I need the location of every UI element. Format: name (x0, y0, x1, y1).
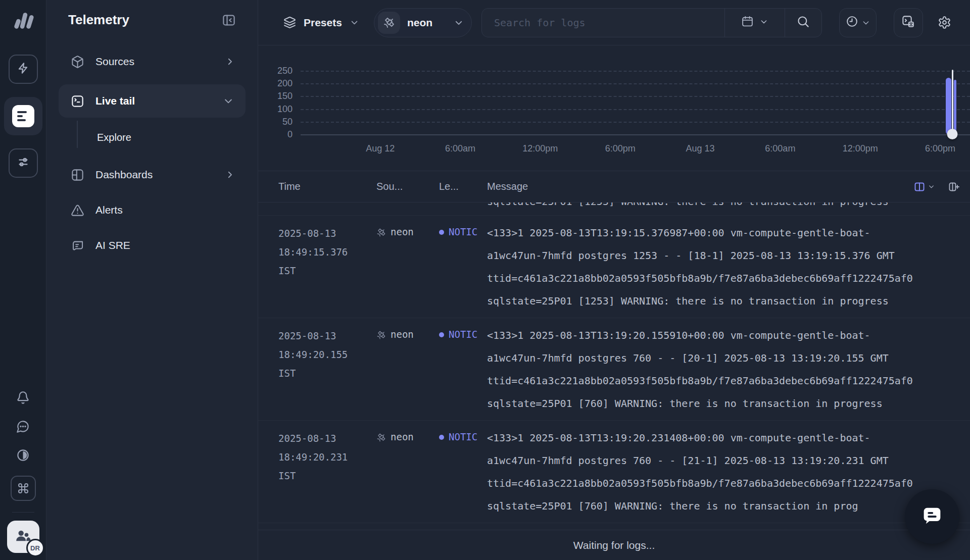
dashboard-grid-icon (71, 168, 84, 182)
sidebar-item-alerts[interactable]: Alerts (46, 197, 258, 223)
rail-item-quickstart[interactable] (9, 55, 38, 84)
log-message-line: sqlstate=25P01 [1253] WARNING: there is … (487, 290, 970, 313)
chat-bubble-icon (920, 503, 944, 530)
log-message-line: ttid=c461a3c221a8bb02a0593f505bfb8a9b/f7… (487, 267, 970, 290)
sidebar-item-label: Sources (95, 56, 225, 68)
main-content: Presets neon (258, 0, 970, 560)
sidebar-item-dashboards[interactable]: Dashboards (46, 162, 258, 187)
y-axis-tick: 0 (264, 129, 293, 140)
presets-label: Presets (304, 17, 342, 29)
x-axis-tick: Aug 13 (686, 143, 714, 154)
log-source-cell: neon (376, 324, 439, 415)
search-input[interactable] (482, 9, 724, 37)
live-playhead-line[interactable] (952, 70, 953, 134)
log-source-cell: neon (376, 427, 439, 518)
log-message-cell: <133>1 2025-08-13T13:19:20.155910+00:00 … (487, 324, 970, 415)
x-axis-tick: 12:00pm (843, 143, 878, 154)
rail-divider (12, 512, 34, 513)
column-header-time[interactable]: Time (278, 181, 376, 192)
satellite-icon (376, 433, 386, 442)
log-message-line: a1wc47un-7hmfd postgres 760 - - [20-1] 2… (487, 347, 970, 370)
log-volume-chart: 250 200 150 100 50 0 Aug 12 6:00am 12:00… (258, 45, 970, 171)
log-row[interactable]: 2025-08-13 18:49:20.231 IST neon (258, 421, 970, 523)
level-dot (439, 332, 444, 337)
search-submit-button[interactable] (785, 9, 821, 37)
log-source-cell: neon (376, 222, 439, 313)
sidebar-header: Telemetry (46, 12, 258, 28)
sidebar-item-sources[interactable]: Sources (46, 49, 258, 74)
chat-widget-button[interactable] (905, 489, 959, 544)
sidebar-subitem-explore[interactable]: Explore (46, 126, 258, 149)
table-header-actions (913, 181, 960, 193)
rail-bottom-group: DR (7, 383, 39, 553)
log-row[interactable]: 2025-08-13 18:49:15.376 IST neon (258, 216, 970, 318)
live-playhead-handle[interactable] (947, 129, 958, 139)
log-message-line: sqlstate=25P01 [1253] WARNING: there is … (487, 202, 970, 208)
column-header-message[interactable]: Message (487, 181, 913, 192)
theme-contrast-icon[interactable] (16, 448, 30, 462)
x-axis-tick: 12:00pm (522, 143, 558, 154)
log-message-line: a1wc47un-7hmfd postgres 760 - - [21-1] 2… (487, 449, 970, 472)
y-axis-tick: 50 (264, 116, 293, 127)
command-palette-icon[interactable] (11, 476, 36, 501)
telemetry-sidebar: Telemetry Sources (46, 0, 258, 560)
gridline (301, 122, 970, 123)
log-search-bar (481, 8, 822, 37)
column-layout-button[interactable] (913, 181, 935, 193)
gridline (301, 71, 970, 72)
collapse-sidebar-icon[interactable] (221, 13, 236, 28)
log-row-partial[interactable]: sqlstate=25P01 [1253] WARNING: there is … (258, 202, 970, 216)
chevron-down-icon (223, 96, 233, 106)
x-axis-tick: 6:00am (765, 143, 795, 154)
log-message-line: <133>1 2025-08-13T13:19:20.155910+00:00 … (487, 324, 970, 347)
log-time-cell: 2025-08-13 18:49:20.231 IST (278, 427, 376, 518)
column-header-source[interactable]: Sou... (376, 181, 439, 192)
time-range-dropdown[interactable] (839, 8, 877, 37)
settings-gear-icon[interactable] (938, 16, 951, 29)
chevron-right-icon (225, 57, 234, 66)
sidebar-item-label: Dashboards (95, 169, 225, 181)
chevron-down-icon (350, 18, 359, 27)
chevron-right-icon (225, 170, 234, 179)
logs-icon (12, 105, 34, 127)
sidebar-subitem-label: Explore (97, 132, 131, 143)
api-code-panel-button[interactable] (894, 8, 923, 37)
add-column-icon[interactable] (948, 181, 960, 193)
source-selector-value: neon (407, 17, 454, 29)
log-volume-bar[interactable] (946, 78, 951, 134)
rail-item-logs-active[interactable] (4, 97, 42, 135)
date-range-picker[interactable] (725, 9, 785, 37)
search-icon (796, 15, 810, 30)
log-table-body: sqlstate=25P01 [1253] WARNING: there is … (258, 202, 970, 530)
sidebar-item-ai-sre[interactable]: AI SRE (46, 233, 258, 258)
column-header-level[interactable]: Le... (439, 181, 487, 192)
log-volume-bar-current[interactable] (954, 80, 956, 134)
x-axis-tick: 6:00pm (605, 143, 636, 154)
level-dot (439, 230, 444, 235)
feedback-chat-icon[interactable] (16, 420, 30, 433)
sidebar-item-label: Live tail (95, 95, 223, 107)
x-axis-tick: 6:00pm (925, 143, 955, 154)
x-axis-tick: Aug 12 (366, 143, 395, 154)
log-message-line: ttid=c461a3c221a8bb02a0593f505bfb8a9b/f7… (487, 370, 970, 392)
log-source-label: neon (391, 431, 414, 442)
user-avatar[interactable]: DR (7, 521, 39, 553)
avatar-initials-badge: DR (26, 539, 44, 557)
log-source-label: neon (391, 226, 414, 237)
log-row[interactable]: 2025-08-13 18:49:20.155 IST neon (258, 318, 970, 421)
x-axis-labels: Aug 12 6:00am 12:00pm 6:00pm Aug 13 6:00… (301, 143, 970, 156)
sidebar-item-live-tail[interactable]: Live tail (59, 84, 246, 118)
terminal-icon (71, 94, 84, 108)
chevron-down-icon (928, 183, 935, 190)
source-selector[interactable]: neon (374, 8, 472, 37)
cube-icon (71, 55, 84, 69)
log-message-line: sqlstate=25P01 [760] WARNING: there is n… (487, 392, 970, 415)
chevron-down-icon (760, 18, 768, 28)
satellite-icon (376, 330, 386, 340)
layers-icon (283, 16, 296, 29)
rail-item-settings-sliders[interactable] (9, 148, 38, 178)
notifications-bell-icon[interactable] (16, 391, 30, 404)
log-table: Time Sou... Le... Message (258, 171, 970, 560)
sliders-icon (17, 156, 30, 171)
presets-dropdown[interactable]: Presets (283, 16, 359, 29)
